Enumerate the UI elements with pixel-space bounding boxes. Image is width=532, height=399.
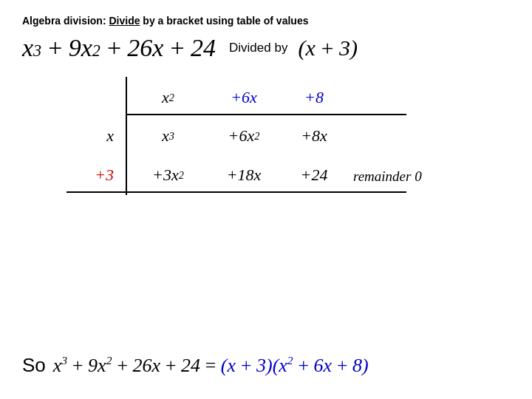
left-polynomial: x3 + 9x2 + 26x + 24 bbox=[22, 34, 216, 62]
so-expression: x3 + 9x2 + 26x + 24 = (x + 3)(x2 + 6x + … bbox=[53, 355, 369, 377]
remainder-label: remainder 0 bbox=[347, 158, 451, 195]
so-label: So bbox=[22, 354, 46, 377]
header-plus6x: +6x bbox=[207, 81, 281, 114]
vertical-divider bbox=[126, 77, 127, 195]
row2-plus18x: +18x bbox=[207, 157, 281, 194]
header-divider bbox=[126, 114, 406, 115]
row1-plus8x: +8x bbox=[284, 117, 344, 154]
row1-x3: x3 bbox=[133, 117, 203, 154]
header-col0 bbox=[66, 77, 126, 114]
row2-left: +3 bbox=[66, 157, 124, 194]
page-title: Algebra division: Divide by a bracket us… bbox=[22, 15, 510, 27]
divided-by-label: Divided by bbox=[229, 41, 287, 55]
row1-plus6x2: +6x2 bbox=[207, 117, 281, 154]
header-x2: x2 bbox=[133, 81, 203, 114]
row2-plus24: +24 bbox=[284, 157, 344, 194]
top-expression-row: x3 + 9x2 + 26x + 24 Divided by (x + 3) bbox=[22, 34, 510, 62]
header-plus8: +8 bbox=[284, 81, 344, 114]
division-table: x2 +6x +8 x x3 +6x2 +8x + bbox=[66, 77, 510, 199]
so-row: So x3 + 9x2 + 26x + 24 = (x + 3)(x2 + 6x… bbox=[22, 354, 369, 377]
row2-plus3x2: +3x2 bbox=[133, 157, 203, 194]
row1-left: x bbox=[66, 117, 124, 154]
right-bracket: (x + 3) bbox=[298, 35, 358, 61]
